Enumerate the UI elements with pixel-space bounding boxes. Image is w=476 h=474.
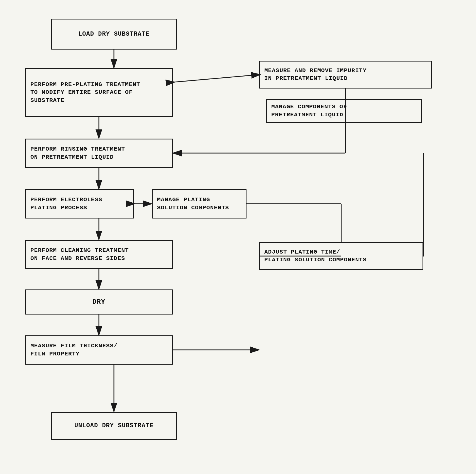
dry-box: DRY <box>25 289 173 315</box>
measure-impurity-box: MEASURE AND REMOVE IMPURITYIN PRETREATME… <box>259 61 432 89</box>
rinsing-box: PERFORM RINSING TREATMENTON PRETREATMENT… <box>25 139 173 168</box>
svg-line-6 <box>174 75 260 82</box>
diagram-container: LOAD DRY SUBSTRATE PERFORM PRE-PLATING T… <box>0 0 476 474</box>
manage-plating-box: MANAGE PLATINGSOLUTION COMPONENTS <box>152 189 246 218</box>
cleaning-box: PERFORM CLEANING TREATMENTON FACE AND RE… <box>25 240 173 269</box>
electroless-plating-box: PERFORM ELECTROLESSPLATING PROCESS <box>25 189 134 218</box>
measure-film-box: MEASURE FILM THICKNESS/FILM PROPERTY <box>25 335 173 365</box>
pre-plating-box: PERFORM PRE-PLATING TREATMENTTO MODIFY E… <box>25 68 173 117</box>
unload-box: UNLOAD DRY SUBSTRATE <box>51 412 177 440</box>
adjust-plating-box: ADJUST PLATING TIME/PLATING SOLUTION COM… <box>259 242 423 270</box>
manage-components-box: MANAGE COMPONENTS OFPRETREATMENT LIQUID <box>266 99 422 123</box>
load-substrate-box: LOAD DRY SUBSTRATE <box>51 19 177 50</box>
